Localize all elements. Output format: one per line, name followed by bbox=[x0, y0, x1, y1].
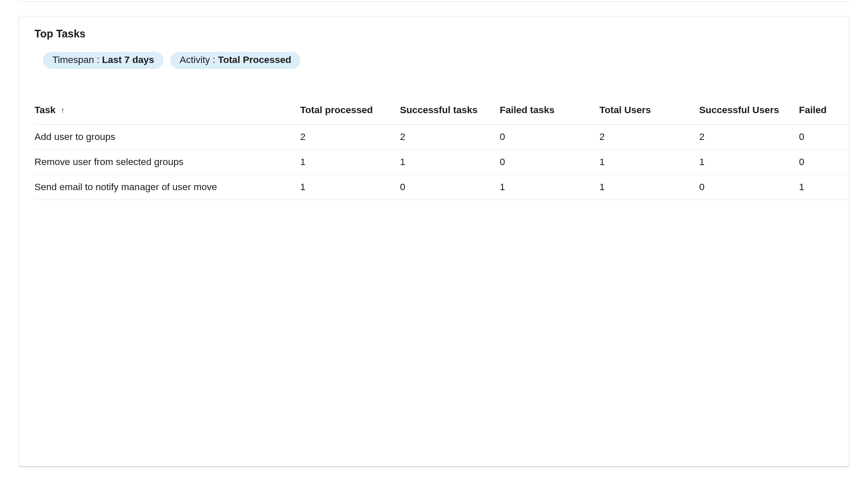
activity-filter-pill[interactable]: Activity : Total Processed bbox=[170, 52, 300, 69]
column-header-total-processed[interactable]: Total processed bbox=[300, 96, 400, 125]
cell-failed-tasks: 1 bbox=[500, 175, 599, 200]
column-header-task-label: Task bbox=[34, 105, 56, 115]
cell-failed: 0 bbox=[799, 125, 849, 150]
activity-filter-value: Total Processed bbox=[218, 54, 291, 65]
cell-failed-tasks: 0 bbox=[500, 125, 599, 150]
cell-successful-tasks: 2 bbox=[400, 125, 500, 150]
cell-total-users: 1 bbox=[600, 150, 699, 175]
table-wrapper: Task ↑ Total processed Successful tasks … bbox=[19, 96, 849, 200]
activity-filter-label: Activity : bbox=[180, 54, 218, 65]
cell-successful-tasks: 1 bbox=[400, 150, 500, 175]
cell-total-processed: 2 bbox=[300, 125, 400, 150]
card-title: Top Tasks bbox=[19, 28, 849, 40]
cell-successful-users: 1 bbox=[699, 150, 799, 175]
filter-pills: Timespan : Last 7 days Activity : Total … bbox=[19, 52, 849, 69]
cell-successful-users: 0 bbox=[699, 175, 799, 200]
cell-task: Send email to notify manager of user mov… bbox=[34, 175, 300, 200]
column-header-total-users[interactable]: Total Users bbox=[600, 96, 699, 125]
timespan-filter-pill[interactable]: Timespan : Last 7 days bbox=[43, 52, 163, 69]
column-header-failed-tasks[interactable]: Failed tasks bbox=[500, 96, 599, 125]
cell-successful-users: 2 bbox=[699, 125, 799, 150]
cell-failed-tasks: 0 bbox=[500, 150, 599, 175]
table-row[interactable]: Remove user from selected groups 1 1 0 1… bbox=[34, 150, 849, 175]
top-divider bbox=[19, 0, 849, 2]
top-tasks-card: Top Tasks Timespan : Last 7 days Activit… bbox=[19, 16, 849, 466]
column-header-successful-users[interactable]: Successful Users bbox=[699, 96, 799, 125]
table-row[interactable]: Add user to groups 2 2 0 2 2 0 bbox=[34, 125, 849, 150]
cell-total-users: 1 bbox=[600, 175, 699, 200]
column-header-failed[interactable]: Failed bbox=[799, 96, 849, 125]
cell-task: Remove user from selected groups bbox=[34, 150, 300, 175]
cell-failed: 1 bbox=[799, 175, 849, 200]
table-header-row: Task ↑ Total processed Successful tasks … bbox=[34, 96, 849, 125]
column-header-task[interactable]: Task ↑ bbox=[34, 96, 300, 125]
cell-task: Add user to groups bbox=[34, 125, 300, 150]
sort-ascending-icon: ↑ bbox=[61, 106, 65, 115]
cell-total-users: 2 bbox=[600, 125, 699, 150]
table-row[interactable]: Send email to notify manager of user mov… bbox=[34, 175, 849, 200]
cell-successful-tasks: 0 bbox=[400, 175, 500, 200]
top-tasks-table: Task ↑ Total processed Successful tasks … bbox=[34, 96, 849, 200]
column-header-successful-tasks[interactable]: Successful tasks bbox=[400, 96, 500, 125]
cell-failed: 0 bbox=[799, 150, 849, 175]
cell-total-processed: 1 bbox=[300, 175, 400, 200]
timespan-filter-label: Timespan : bbox=[52, 54, 102, 65]
timespan-filter-value: Last 7 days bbox=[102, 54, 154, 65]
cell-total-processed: 1 bbox=[300, 150, 400, 175]
